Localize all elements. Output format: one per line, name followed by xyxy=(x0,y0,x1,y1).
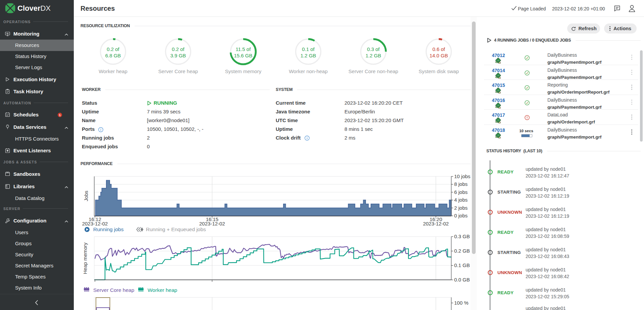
svg-text:2 jobs: 2 jobs xyxy=(454,205,468,211)
svg-text:100 %: 100 % xyxy=(454,300,469,306)
svg-text:0.1 GB: 0.1 GB xyxy=(454,262,470,268)
svg-text:0.2 GB: 0.2 GB xyxy=(454,248,470,254)
svg-text:2023-12-02: 2023-12-02 xyxy=(82,221,108,226)
svg-text:0.3 GB: 0.3 GB xyxy=(454,234,470,239)
svg-text:6 jobs: 6 jobs xyxy=(454,189,468,195)
svg-text:4 jobs: 4 jobs xyxy=(454,197,468,203)
svg-text:2023-12-02: 2023-12-02 xyxy=(199,221,225,226)
svg-text:0.0 GB: 0.0 GB xyxy=(454,277,470,282)
svg-text:Running + Enqueued jobs: Running + Enqueued jobs xyxy=(146,226,206,232)
svg-text:Running jobs: Running jobs xyxy=(93,226,124,232)
svg-text:Worker heap: Worker heap xyxy=(148,287,177,293)
svg-text:2023-12-02: 2023-12-02 xyxy=(423,221,449,226)
svg-text:8 jobs: 8 jobs xyxy=(454,181,468,187)
svg-text:10 jobs: 10 jobs xyxy=(454,173,470,179)
svg-text:Server Core heap: Server Core heap xyxy=(93,287,134,293)
svg-text:Heap memory: Heap memory xyxy=(82,242,88,274)
svg-text:Jobs: Jobs xyxy=(83,191,89,201)
svg-text:0 jobs: 0 jobs xyxy=(454,213,468,218)
